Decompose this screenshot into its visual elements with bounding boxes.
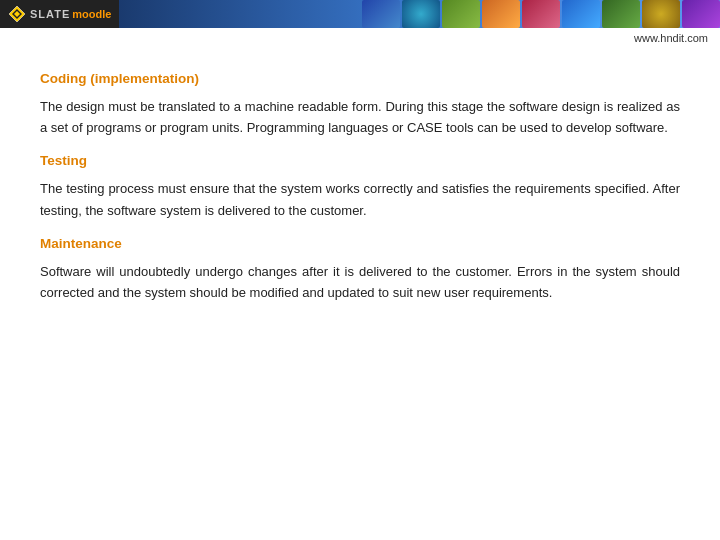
maintenance-body: Software will undoubtedly undergo change… — [40, 261, 680, 304]
maintenance-heading: Maintenance — [40, 233, 680, 255]
renault-icon — [8, 5, 26, 23]
testing-body: The testing process must ensure that the… — [40, 178, 680, 221]
header-banner — [119, 0, 720, 28]
main-content: Coding (implementation) The design must … — [0, 46, 720, 313]
logo-slate-text: SLATE — [30, 8, 70, 20]
header-img-7 — [602, 0, 640, 28]
logo-moodle-text: moodle — [72, 8, 111, 20]
logo-area: SLATE moodle — [0, 0, 119, 28]
maintenance-section: Maintenance Software will undoubtedly un… — [40, 233, 680, 303]
coding-body: The design must be translated to a machi… — [40, 96, 680, 139]
header-img-3 — [442, 0, 480, 28]
coding-section: Coding (implementation) The design must … — [40, 68, 680, 138]
header-img-5 — [522, 0, 560, 28]
header-img-6 — [562, 0, 600, 28]
coding-heading: Coding (implementation) — [40, 68, 680, 90]
page-header: SLATE moodle — [0, 0, 720, 28]
url-bar: www.hndit.com — [0, 28, 720, 46]
testing-section: Testing The testing process must ensure … — [40, 150, 680, 220]
header-img-2 — [402, 0, 440, 28]
header-img-1 — [362, 0, 400, 28]
header-img-4 — [482, 0, 520, 28]
header-img-8 — [642, 0, 680, 28]
url-text: www.hndit.com — [634, 32, 708, 44]
testing-heading: Testing — [40, 150, 680, 172]
header-img-9 — [682, 0, 720, 28]
